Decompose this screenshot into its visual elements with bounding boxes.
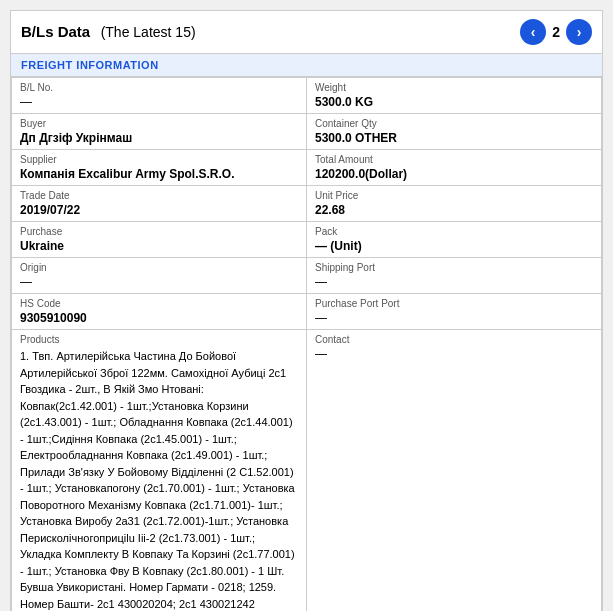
unit-price-cell: Unit Price 22.68 xyxy=(307,186,602,222)
info-table: B/L No. — Weight 5300.0 KG Buyer Дп Дгзі… xyxy=(11,77,602,611)
table-row: Supplier Компанія Excalibur Army Spol.S.… xyxy=(12,150,602,186)
section-header: FREIGHT INFORMATION xyxy=(11,53,602,77)
hs-code-cell: HS Code 9305910090 xyxy=(12,294,307,330)
table-row: Origin — Shipping Port — xyxy=(12,258,602,294)
hs-code-value: 9305910090 xyxy=(20,311,298,325)
pack-label: Pack xyxy=(315,226,593,237)
table-row: Trade Date 2019/07/22 Unit Price 22.68 xyxy=(12,186,602,222)
products-cell: Products 1. Твп. Артилерійська Частина Д… xyxy=(12,330,307,612)
header-title: B/Ls Data (The Latest 15) xyxy=(21,23,196,41)
bl-no-value: — xyxy=(20,95,298,109)
buyer-cell: Buyer Дп Дгзіф Укрінмаш xyxy=(12,114,307,150)
contact-label: Contact xyxy=(315,334,593,345)
purchase-port-value: — xyxy=(315,311,593,325)
unit-price-label: Unit Price xyxy=(315,190,593,201)
products-label: Products xyxy=(20,334,298,345)
shipping-port-label: Shipping Port xyxy=(315,262,593,273)
origin-label: Origin xyxy=(20,262,298,273)
total-amount-value: 120200.0(Dollar) xyxy=(315,167,593,181)
container-qty-cell: Container Qty 5300.0 OTHER xyxy=(307,114,602,150)
purchase-label: Purchase xyxy=(20,226,298,237)
pack-value: — (Unit) xyxy=(315,239,593,253)
weight-label: Weight xyxy=(315,82,593,93)
shipping-port-value: — xyxy=(315,275,593,289)
contact-value: — xyxy=(315,347,593,361)
pack-cell: Pack — (Unit) xyxy=(307,222,602,258)
trade-date-label: Trade Date xyxy=(20,190,298,201)
table-row: HS Code 9305910090 Purchase Port Port — xyxy=(12,294,602,330)
bl-no-label: B/L No. xyxy=(20,82,298,93)
weight-cell: Weight 5300.0 KG xyxy=(307,78,602,114)
page-number: 2 xyxy=(552,24,560,40)
trade-date-cell: Trade Date 2019/07/22 xyxy=(12,186,307,222)
buyer-label: Buyer xyxy=(20,118,298,129)
pagination: ‹ 2 › xyxy=(520,19,592,45)
container-qty-label: Container Qty xyxy=(315,118,593,129)
header: B/Ls Data (The Latest 15) ‹ 2 › xyxy=(11,11,602,53)
table-row: Products 1. Твп. Артилерійська Частина Д… xyxy=(12,330,602,612)
supplier-value: Компанія Excalibur Army Spol.S.R.O. xyxy=(20,167,298,181)
buyer-value: Дп Дгзіф Укрінмаш xyxy=(20,131,298,145)
main-container: B/Ls Data (The Latest 15) ‹ 2 › FREIGHT … xyxy=(10,10,603,611)
products-value: 1. Твп. Артилерійська Частина До Бойової… xyxy=(20,350,295,610)
hs-code-label: HS Code xyxy=(20,298,298,309)
table-row: B/L No. — Weight 5300.0 KG xyxy=(12,78,602,114)
trade-date-value: 2019/07/22 xyxy=(20,203,298,217)
supplier-label: Supplier xyxy=(20,154,298,165)
table-row: Buyer Дп Дгзіф Укрінмаш Container Qty 53… xyxy=(12,114,602,150)
total-amount-cell: Total Amount 120200.0(Dollar) xyxy=(307,150,602,186)
weight-value: 5300.0 KG xyxy=(315,95,593,109)
table-row: Purchase Ukraine Pack — (Unit) xyxy=(12,222,602,258)
purchase-port-cell: Purchase Port Port — xyxy=(307,294,602,330)
total-amount-label: Total Amount xyxy=(315,154,593,165)
purchase-cell: Purchase Ukraine xyxy=(12,222,307,258)
unit-price-value: 22.68 xyxy=(315,203,593,217)
contact-cell: Contact — xyxy=(307,330,602,612)
prev-button[interactable]: ‹ xyxy=(520,19,546,45)
purchase-port-label: Purchase Port Port xyxy=(315,298,593,309)
origin-value: — xyxy=(20,275,298,289)
shipping-port-cell: Shipping Port — xyxy=(307,258,602,294)
bl-no-cell: B/L No. — xyxy=(12,78,307,114)
next-button[interactable]: › xyxy=(566,19,592,45)
origin-cell: Origin — xyxy=(12,258,307,294)
container-qty-value: 5300.0 OTHER xyxy=(315,131,593,145)
purchase-value: Ukraine xyxy=(20,239,298,253)
supplier-cell: Supplier Компанія Excalibur Army Spol.S.… xyxy=(12,150,307,186)
